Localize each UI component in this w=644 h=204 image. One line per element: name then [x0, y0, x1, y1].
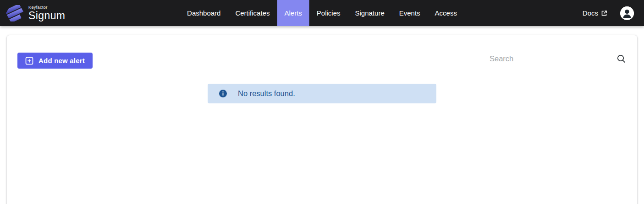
- nav-item-access[interactable]: Access: [428, 0, 464, 26]
- main-nav: Dashboard Certificates Alerts Policies S…: [180, 0, 464, 26]
- search-input[interactable]: [489, 54, 627, 67]
- add-new-alert-button[interactable]: Add new alert: [17, 53, 93, 69]
- navbar-right: Docs: [583, 6, 644, 20]
- no-results-alert: No results found.: [208, 84, 436, 103]
- content-card: Add new alert No results found.: [6, 35, 638, 204]
- search-field: [489, 54, 627, 67]
- nav-item-dashboard[interactable]: Dashboard: [180, 0, 228, 26]
- signum-hexagon-logo-icon: [6, 4, 24, 22]
- user-avatar-icon: [620, 6, 634, 20]
- docs-link[interactable]: Docs: [583, 9, 607, 17]
- nav-item-certificates[interactable]: Certificates: [228, 0, 277, 26]
- nav-item-signature[interactable]: Signature: [348, 0, 392, 26]
- no-results-message: No results found.: [238, 89, 295, 98]
- info-circle-icon: [219, 90, 227, 97]
- brand-company: Keyfactor: [28, 5, 65, 10]
- brand-logo[interactable]: Keyfactor Signum: [0, 4, 65, 22]
- user-avatar-button[interactable]: [620, 6, 634, 20]
- docs-link-label: Docs: [583, 9, 598, 17]
- toolbar: Add new alert: [7, 35, 637, 69]
- search-icon[interactable]: [616, 54, 626, 65]
- top-navbar: Keyfactor Signum Dashboard Certificates …: [0, 0, 644, 26]
- add-box-icon: [25, 57, 33, 65]
- external-link-icon: [601, 10, 607, 16]
- nav-item-policies[interactable]: Policies: [309, 0, 348, 26]
- add-new-alert-label: Add new alert: [39, 57, 85, 64]
- brand-text: Keyfactor Signum: [28, 5, 65, 21]
- nav-item-events[interactable]: Events: [392, 0, 428, 26]
- brand-product: Signum: [28, 11, 65, 21]
- nav-item-alerts[interactable]: Alerts: [277, 0, 309, 26]
